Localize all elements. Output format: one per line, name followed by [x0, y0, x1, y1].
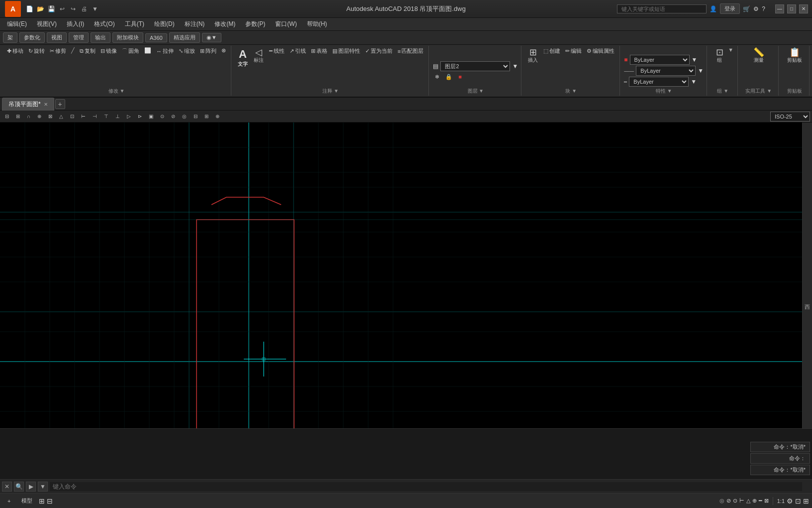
measure-button[interactable]: 📏测量	[751, 47, 766, 65]
paste-button[interactable]: 📋剪贴板	[785, 47, 804, 65]
snap-btn-18[interactable]: ⊟	[191, 112, 201, 121]
leader-button[interactable]: ↗引线	[288, 47, 308, 55]
cart-icon[interactable]: 🛒	[743, 5, 750, 12]
lineweight-toggle[interactable]: ━	[759, 498, 762, 504]
cmd-close-button[interactable]: ✕	[2, 482, 12, 492]
status-icon-1[interactable]: ⊞	[39, 497, 45, 505]
minimize-button[interactable]: —	[775, 4, 784, 13]
properties-label[interactable]: 特性 ▼	[656, 88, 672, 95]
ortho-toggle[interactable]: ⊢	[739, 498, 744, 504]
move-button[interactable]: ✚移动	[5, 47, 25, 55]
ws-view[interactable]: 视图	[47, 32, 67, 43]
misc-tool[interactable]: ⊗	[219, 47, 228, 54]
snap-btn-15[interactable]: ⊙	[157, 112, 167, 121]
snap-btn-13[interactable]: ⊳	[135, 112, 145, 121]
snap-btn-7[interactable]: ⊡	[67, 112, 77, 121]
group-label[interactable]: 组 ▼	[717, 88, 728, 95]
quickaccess-new[interactable]: 📄	[25, 4, 34, 13]
linetype-dropdown-arrow[interactable]: ▼	[698, 67, 704, 74]
snap-btn-5[interactable]: ⊠	[45, 112, 55, 121]
layer-dropdown-arrow[interactable]: ▼	[512, 63, 518, 70]
layer-dropdown[interactable]: 图层2	[440, 61, 510, 71]
create-button[interactable]: ⬚创建	[541, 47, 562, 55]
quickaccess-dropdown[interactable]: ▼	[91, 4, 100, 13]
lineweight-dropdown[interactable]: ByLayer	[629, 77, 689, 87]
matchlayer-button[interactable]: ≡匹配图层	[396, 47, 425, 55]
tab-close-button[interactable]: ✕	[44, 102, 48, 107]
snap-btn-3[interactable]: ∩	[24, 112, 33, 121]
annotate-label[interactable]: 注释 ▼	[322, 88, 339, 95]
snap-btn-2[interactable]: ⊞	[13, 112, 23, 121]
snap-btn-1[interactable]: ⊟	[2, 112, 12, 121]
quickaccess-open[interactable]: 📂	[36, 4, 45, 13]
snap-btn-9[interactable]: ⊣	[90, 112, 100, 121]
text-button[interactable]: A文字	[235, 47, 250, 69]
group-button[interactable]: ⊡组	[712, 47, 727, 65]
quickaccess-redo[interactable]: ↪	[69, 4, 78, 13]
annotation-monitor[interactable]: ⊡	[795, 497, 801, 505]
model-tab[interactable]: 模型	[17, 496, 37, 506]
block-label[interactable]: 块 ▼	[565, 88, 577, 95]
menu-window[interactable]: 窗口(W)	[270, 19, 302, 29]
settings-gear[interactable]: ⚙	[787, 497, 793, 505]
snap-btn-20[interactable]: ⊕	[212, 112, 222, 121]
trim-button[interactable]: ✂修剪	[48, 47, 68, 55]
layer-lock-button[interactable]: 🔒	[443, 73, 454, 81]
scale-button[interactable]: ⤡缩放	[177, 47, 197, 55]
snap-btn-11[interactable]: ⊥	[112, 112, 123, 121]
canvas-area[interactable]	[0, 123, 812, 478]
menu-help[interactable]: 帮助(H)	[302, 19, 332, 29]
snap-btn-12[interactable]: ▷	[124, 112, 134, 121]
search-input[interactable]	[617, 4, 707, 13]
line-tool[interactable]: ╱	[69, 47, 77, 54]
cmd-search-button[interactable]: 🔍	[14, 482, 24, 492]
menu-annotate[interactable]: 标注(N)	[180, 19, 210, 29]
quickaccess-print[interactable]: 🖨	[80, 4, 89, 13]
mirror-button[interactable]: ⊟镜像	[99, 47, 119, 55]
color-dropdown[interactable]: ByLayer	[630, 55, 690, 65]
stretch-button[interactable]: ↔拉伸	[154, 47, 176, 55]
layer-label[interactable]: 图层 ▼	[468, 88, 484, 95]
close-button[interactable]: ✕	[799, 4, 808, 13]
scale-dropdown[interactable]: ISO-25 ISO-50 ISO-100	[770, 112, 810, 122]
ws-output[interactable]: 输出	[91, 32, 110, 43]
menu-format[interactable]: 格式(O)	[89, 19, 119, 29]
snap-btn-17[interactable]: ◎	[179, 112, 190, 121]
menu-insert[interactable]: 插入(I)	[62, 19, 89, 29]
snap-btn-6[interactable]: △	[56, 112, 66, 121]
new-tab-button[interactable]: +	[55, 99, 65, 109]
login-button[interactable]: 登录	[720, 3, 740, 14]
command-input[interactable]	[50, 482, 802, 491]
insert-button[interactable]: ⊞插入	[525, 47, 540, 65]
transparency-toggle[interactable]: ⊠	[764, 498, 769, 504]
quickaccess-undo[interactable]: ↩	[58, 4, 67, 13]
ws-icon[interactable]: 架	[3, 32, 17, 43]
color-dropdown-arrow[interactable]: ▼	[692, 56, 698, 63]
cmd-dropdown-button[interactable]: ▼	[38, 482, 48, 492]
workspace-btn[interactable]: ⊞	[803, 497, 809, 505]
ws-a360[interactable]: A360	[145, 33, 167, 42]
dimension-button[interactable]: ◁标注	[251, 47, 266, 65]
menu-edit[interactable]: 编辑(E)	[2, 19, 32, 29]
snap-btn-14[interactable]: ▣	[146, 112, 156, 121]
ws-parametric[interactable]: 参数化	[19, 32, 45, 43]
table-button[interactable]: ⊞表格	[309, 47, 329, 55]
layer-color-button[interactable]: ■	[456, 73, 464, 81]
ws-addons[interactable]: 附加模块	[112, 32, 143, 43]
group-dropdown[interactable]: ▼	[728, 47, 733, 53]
copy-button[interactable]: ⧉复制	[78, 47, 98, 55]
edit-block-button[interactable]: ✏编辑	[563, 47, 584, 55]
menu-draw[interactable]: 绘图(D)	[149, 19, 180, 29]
menu-tools[interactable]: 工具(T)	[120, 19, 149, 29]
snap-btn-8[interactable]: ⊢	[78, 112, 89, 121]
layerprop-button[interactable]: ▤图层特性	[330, 47, 362, 55]
snap-btn-19[interactable]: ⊞	[202, 112, 211, 121]
add-viewport-button[interactable]: +	[3, 497, 15, 506]
block-tool[interactable]: ⬜	[142, 47, 153, 54]
rotate-button[interactable]: ↻旋转	[26, 47, 47, 55]
modify-label[interactable]: 修改 ▼	[108, 88, 125, 95]
editprop-button[interactable]: ⚙编辑属性	[585, 47, 616, 55]
status-icon-2[interactable]: ⊟	[47, 497, 53, 505]
menu-modify[interactable]: 修改(M)	[209, 19, 240, 29]
menu-params[interactable]: 参数(P)	[240, 19, 270, 29]
